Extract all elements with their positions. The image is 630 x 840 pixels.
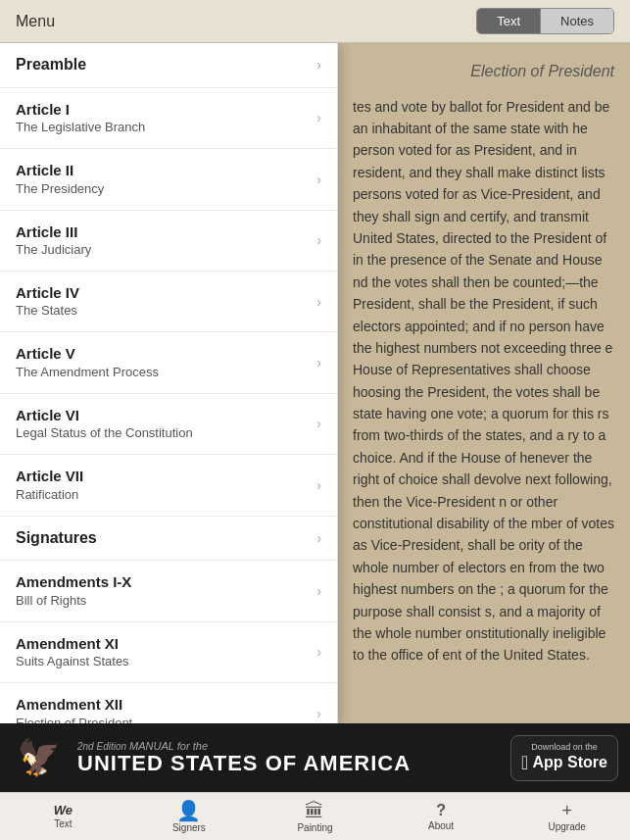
menu-item[interactable]: Article IIThe Presidency› <box>0 149 337 210</box>
menu-item-title: Article II <box>16 161 309 180</box>
chevron-icon: › <box>316 706 321 721</box>
banner-ad: 🦅 2nd Edition MANUAL for the UNITED STAT… <box>0 723 630 792</box>
bottom-tab-bar: We Text 👤 Signers 🏛 Painting ? About + U… <box>0 792 630 840</box>
tab-signers[interactable]: 👤 Signers <box>126 793 253 840</box>
chevron-icon: › <box>316 477 321 493</box>
tab-text-bottom[interactable]: We Text <box>0 793 126 840</box>
chevron-icon: › <box>316 416 321 431</box>
section-title: Election of President <box>353 59 614 84</box>
chevron-icon: › <box>316 644 321 660</box>
tab-text[interactable]: Text <box>477 9 541 33</box>
banner-title: UNITED STATES of AMERICA <box>77 752 499 775</box>
main-content: Election of President tes and vote by ba… <box>0 43 630 723</box>
menu-item-title: Article III <box>16 222 309 242</box>
menu-button[interactable]: Menu <box>16 13 55 30</box>
banner-text: 2nd Edition MANUAL for the UNITED STATES… <box>77 740 499 775</box>
eagle-icon: 🦅 <box>12 731 66 785</box>
chevron-icon: › <box>316 172 321 187</box>
menu-item-subtitle: Ratification <box>16 487 309 504</box>
chevron-icon: › <box>316 110 321 125</box>
chevron-icon: › <box>316 583 321 599</box>
chevron-icon: › <box>316 294 321 310</box>
upgrade-icon: + <box>561 802 572 819</box>
menu-item-title: Signatures <box>16 528 309 549</box>
text-icon: We <box>54 804 73 816</box>
menu-item[interactable]: Amendment XISuits Against States› <box>0 622 337 683</box>
menu-item-title: Amendments I-X <box>16 572 309 592</box>
tab-painting[interactable]: 🏛 Painting <box>252 793 378 840</box>
menu-item[interactable]: Preamble› <box>0 43 337 88</box>
menu-item[interactable]: Amendments I-XBill of Rights› <box>0 561 337 621</box>
menu-item-subtitle: The Amendment Process <box>16 365 309 381</box>
chevron-icon: › <box>316 232 321 248</box>
tab-group: Text Notes <box>476 8 614 34</box>
chevron-icon: › <box>316 57 321 73</box>
signers-icon: 👤 <box>176 801 201 820</box>
menu-item-subtitle: The Legislative Branch <box>16 120 309 136</box>
menu-item[interactable]: Article IThe Legislative Branch› <box>0 88 337 149</box>
menu-item-subtitle: The States <box>16 303 309 320</box>
menu-item-subtitle: Bill of Rights <box>16 593 309 610</box>
apple-icon:  <box>521 752 528 774</box>
painting-icon: 🏛 <box>305 801 324 820</box>
menu-overlay: Preamble›Article IThe Legislative Branch… <box>0 43 338 723</box>
app-store-download-text: Download on the <box>521 742 607 752</box>
tab-notes[interactable]: Notes <box>541 9 613 33</box>
menu-item-title: Article VII <box>16 467 309 486</box>
app-store-label: App Store <box>532 754 606 771</box>
menu-item-title: Article I <box>16 100 309 120</box>
chevron-icon: › <box>316 355 321 371</box>
menu-item-title: Article VI <box>16 406 309 425</box>
menu-item-subtitle: Legal Status of the Constitution <box>16 425 309 442</box>
menu-item[interactable]: Amendment XIIElection of President› <box>0 683 337 723</box>
signers-tab-label: Signers <box>172 822 206 833</box>
app-store-logo:  App Store <box>521 752 607 774</box>
tab-about[interactable]: ? About <box>378 793 505 840</box>
tab-upgrade[interactable]: + Upgrade <box>504 793 630 840</box>
about-tab-label: About <box>428 820 454 831</box>
menu-item[interactable]: Article VThe Amendment Process› <box>0 332 337 393</box>
painting-tab-label: Painting <box>297 822 332 833</box>
upgrade-tab-label: Upgrade <box>548 821 585 832</box>
menu-item-subtitle: The Judiciary <box>16 242 309 259</box>
menu-item-title: Amendment XII <box>16 695 309 715</box>
top-bar: Menu Text Notes <box>0 0 630 43</box>
menu-item[interactable]: Article IIIThe Judiciary› <box>0 211 337 272</box>
text-tab-label: Text <box>54 818 72 829</box>
menu-item-title: Preamble <box>16 55 309 75</box>
menu-item-subtitle: Election of President <box>16 716 309 723</box>
menu-item[interactable]: Article IVThe States› <box>0 272 337 332</box>
about-icon: ? <box>436 803 446 818</box>
menu-item-title: Article V <box>16 344 309 364</box>
menu-item-subtitle: Suits Against States <box>16 654 309 670</box>
menu-item-title: Amendment XI <box>16 634 309 654</box>
menu-item-subtitle: The Presidency <box>16 181 309 198</box>
menu-item[interactable]: Signatures› <box>0 517 337 562</box>
chevron-icon: › <box>316 530 321 546</box>
app-store-button[interactable]: Download on the  App Store <box>510 735 618 781</box>
body-text: tes and vote by ballot for President and… <box>353 96 614 667</box>
menu-item[interactable]: Article VIIRatification› <box>0 455 337 516</box>
menu-item[interactable]: Article VILegal Status of the Constituti… <box>0 394 337 455</box>
menu-item-title: Article IV <box>16 283 309 303</box>
